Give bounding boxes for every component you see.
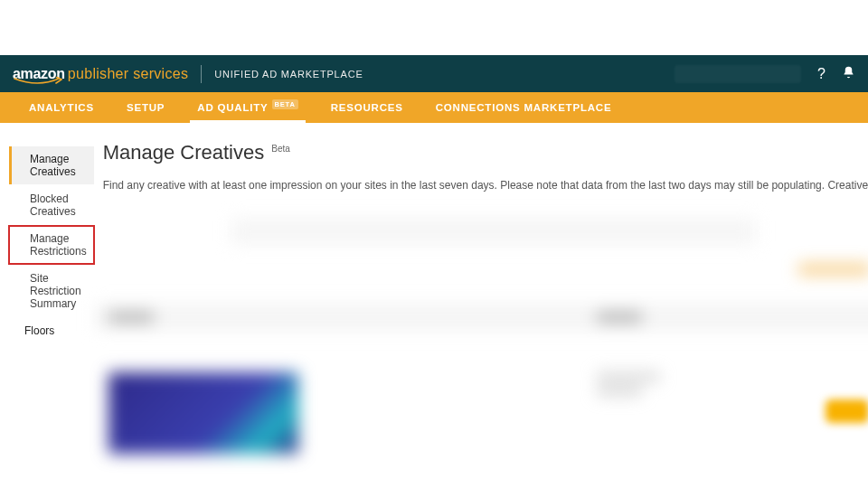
nav-connections-marketplace[interactable]: CONNECTIONS MARKETPLACE	[420, 92, 628, 123]
sidebar-item-manage-creatives[interactable]: Manage Creatives	[9, 146, 94, 184]
brand-divider	[201, 65, 202, 83]
nav-label: ANALYTICS	[29, 102, 94, 113]
page-title: Manage Creatives Beta	[103, 141, 868, 164]
nav-resources[interactable]: RESOURCES	[315, 92, 420, 123]
header-right-group: ?	[675, 65, 855, 83]
text-line-blurred	[597, 372, 660, 381]
main-layout: Manage Creatives Blocked Creatives Manag…	[0, 123, 868, 454]
account-menu-blurred[interactable]	[675, 65, 801, 83]
action-button-blurred[interactable]	[826, 399, 868, 423]
nav-label: CONNECTIONS MARKETPLACE	[436, 102, 612, 113]
sidebar-item-label: Manage Creatives	[30, 153, 76, 178]
nav-ad-quality[interactable]: AD QUALITY BETA	[181, 92, 314, 123]
sidebar-item-floors[interactable]: Floors	[9, 318, 94, 343]
top-spacer	[0, 0, 868, 55]
nav-bar: ANALYTICS SETUP AD QUALITY BETA RESOURCE…	[0, 92, 868, 123]
column-header-blurred	[597, 312, 642, 323]
app-title: UNIFIED AD MARKETPLACE	[214, 69, 363, 80]
page-title-text: Manage Creatives	[103, 141, 265, 164]
brand-amazon-text: amazon	[13, 66, 65, 82]
sidebar-item-label: Manage Restrictions	[30, 232, 87, 258]
nav-label: RESOURCES	[331, 102, 403, 113]
page-description: Find any creative with at least one impr…	[103, 177, 868, 193]
nav-label: AD QUALITY	[197, 102, 268, 113]
header-bar: amazon publisher services UNIFIED AD MAR…	[0, 55, 868, 92]
nav-analytics[interactable]: ANALYTICS	[13, 92, 110, 123]
content-area: Manage Creatives Beta Find any creative …	[96, 123, 868, 454]
sidebar-item-label: Blocked Creatives	[30, 192, 76, 218]
sidebar-item-manage-restrictions[interactable]: Manage Restrictions	[9, 226, 94, 264]
sidebar-item-blocked-creatives[interactable]: Blocked Creatives	[9, 186, 94, 224]
sidebar-item-label: Site Restriction Summary	[30, 272, 81, 310]
creative-thumbnail-blurred[interactable]	[108, 372, 298, 454]
sidebar-item-site-restriction-summary[interactable]: Site Restriction Summary	[9, 266, 94, 316]
search-input-blurred[interactable]	[231, 219, 756, 244]
amazon-smile-icon	[14, 77, 62, 86]
nav-setup[interactable]: SETUP	[110, 92, 181, 123]
notifications-icon[interactable]	[842, 65, 855, 83]
nav-label: SETUP	[127, 102, 165, 113]
action-link-blurred[interactable]	[798, 264, 868, 275]
brand-rest-label: publisher services	[68, 66, 188, 82]
nav-badge: BETA	[272, 99, 298, 109]
sidebar: Manage Creatives Blocked Creatives Manag…	[0, 123, 96, 454]
text-line-blurred	[597, 387, 642, 396]
column-header-blurred	[108, 312, 154, 323]
blurred-content	[96, 219, 868, 454]
sidebar-item-label: Floors	[24, 324, 54, 337]
page-title-badge: Beta	[271, 144, 290, 154]
brand-logo[interactable]: amazon publisher services	[13, 66, 188, 82]
help-icon[interactable]: ?	[817, 66, 826, 82]
